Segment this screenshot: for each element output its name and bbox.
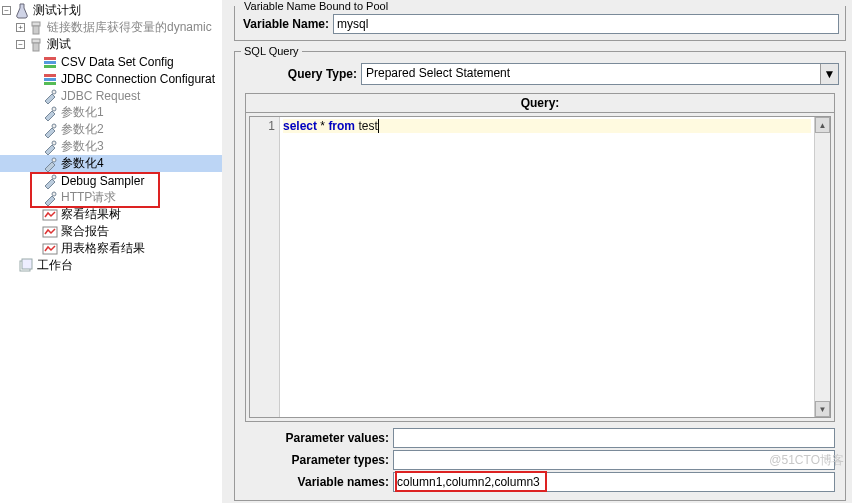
highlight-annotation [395, 471, 547, 492]
sampler-icon [42, 139, 58, 155]
svg-rect-9 [44, 82, 56, 85]
tree-label: JDBC Connection Configurat [61, 72, 215, 86]
svg-rect-1 [33, 26, 39, 34]
tree-label: CSV Data Set Config [61, 55, 174, 69]
tree-item-param1[interactable]: 参数化1 [0, 104, 222, 121]
svg-rect-2 [32, 39, 40, 43]
tree-sidebar: − 测试计划 + 链接数据库获得变量的dynamic − 测试 CSV Data… [0, 0, 222, 503]
tree-item-workbench[interactable]: 工作台 [0, 257, 222, 274]
svg-rect-21 [22, 259, 32, 269]
query-header: Query: [246, 94, 834, 113]
thread-group-icon [28, 20, 44, 36]
tree-item-result-tree[interactable]: 察看结果树 [0, 206, 222, 223]
svg-point-10 [52, 90, 56, 94]
tree-item-aggregate[interactable]: 聚合报告 [0, 223, 222, 240]
sql-query-legend: SQL Query [241, 45, 302, 57]
query-box: Query: 1 select * from test ▲ ▼ [245, 93, 835, 422]
parameter-values-label: Parameter values: [245, 431, 393, 445]
variable-name-input[interactable] [333, 14, 839, 34]
sampler-icon [42, 88, 58, 104]
tree-item-param2[interactable]: 参数化2 [0, 121, 222, 138]
svg-rect-7 [44, 74, 56, 77]
svg-rect-8 [44, 78, 56, 81]
editor-gutter: 1 [250, 117, 280, 417]
svg-rect-3 [33, 43, 39, 51]
sql-params: Parameter values: Parameter types: Varia… [241, 424, 839, 496]
toggle-collapse-icon[interactable]: − [2, 6, 11, 15]
sampler-icon [42, 156, 58, 172]
tree: − 测试计划 + 链接数据库获得变量的dynamic − 测试 CSV Data… [0, 0, 222, 276]
tree-label: 用表格察看结果 [61, 240, 145, 257]
tree-label: 参数化4 [61, 155, 104, 172]
thread-group-icon [28, 37, 44, 53]
listener-icon [42, 241, 58, 257]
config-element-icon [42, 71, 58, 87]
scrollbar-vertical[interactable]: ▲ ▼ [814, 117, 830, 417]
sql-editor[interactable]: 1 select * from test ▲ ▼ [249, 116, 831, 418]
variable-name-label: Variable Name: [241, 17, 333, 31]
tree-label: 参数化3 [61, 138, 104, 155]
config-element-icon [42, 54, 58, 70]
chevron-down-icon[interactable]: ▼ [820, 64, 838, 84]
text-caret [378, 119, 379, 133]
svg-rect-0 [32, 22, 40, 26]
tree-label: 工作台 [37, 257, 73, 274]
svg-point-13 [52, 141, 56, 145]
toggle-expand-icon[interactable]: + [16, 23, 25, 32]
tree-label: 察看结果树 [61, 206, 121, 223]
parameter-types-input[interactable] [393, 450, 835, 470]
query-type-value: Prepared Select Statement [362, 64, 820, 84]
tree-label: JDBC Request [61, 89, 140, 103]
variable-names-label: Variable names: [245, 475, 393, 489]
parameter-values-input[interactable] [393, 428, 835, 448]
scroll-down-icon[interactable]: ▼ [815, 401, 830, 417]
tree-label: 参数化1 [61, 104, 104, 121]
tree-label: 测试 [47, 36, 71, 53]
tree-item-test[interactable]: − 测试 [0, 36, 222, 53]
svg-point-12 [52, 124, 56, 128]
workbench-icon [18, 258, 34, 274]
listener-icon [42, 207, 58, 223]
scroll-up-icon[interactable]: ▲ [815, 117, 830, 133]
parameter-types-label: Parameter types: [245, 453, 393, 467]
sampler-icon [42, 105, 58, 121]
svg-point-11 [52, 107, 56, 111]
query-type-label: Query Type: [241, 67, 361, 81]
tree-item-csv[interactable]: CSV Data Set Config [0, 53, 222, 70]
svg-rect-5 [44, 61, 56, 64]
svg-rect-4 [44, 57, 56, 60]
highlight-annotation [30, 172, 160, 208]
query-type-combo[interactable]: Prepared Select Statement ▼ [361, 63, 839, 85]
main-panel: Variable Name Bound to Pool Variable Nam… [228, 0, 852, 503]
tree-item-jdbc-req[interactable]: JDBC Request [0, 87, 222, 104]
tree-item-param3[interactable]: 参数化3 [0, 138, 222, 155]
sampler-icon [42, 122, 58, 138]
tree-item-jdbc-conn[interactable]: JDBC Connection Configurat [0, 70, 222, 87]
tree-item-table-results[interactable]: 用表格察看结果 [0, 240, 222, 257]
flask-icon [14, 3, 30, 19]
tree-label: 链接数据库获得变量的dynamic [47, 19, 212, 36]
tree-item-dynamic[interactable]: + 链接数据库获得变量的dynamic [0, 19, 222, 36]
tree-label: 测试计划 [33, 2, 81, 19]
svg-rect-6 [44, 65, 56, 68]
pool-legend: Variable Name Bound to Pool [241, 0, 391, 12]
editor-body[interactable]: select * from test [280, 117, 814, 417]
tree-root-test-plan[interactable]: − 测试计划 [0, 2, 222, 19]
svg-point-14 [52, 158, 56, 162]
tree-item-param4[interactable]: 参数化4 [0, 155, 222, 172]
sql-query-fieldset: SQL Query Query Type: Prepared Select St… [234, 45, 846, 501]
pool-fieldset: Variable Name Bound to Pool Variable Nam… [234, 0, 846, 41]
toggle-collapse-icon[interactable]: − [16, 40, 25, 49]
listener-icon [42, 224, 58, 240]
tree-label: 聚合报告 [61, 223, 109, 240]
tree-label: 参数化2 [61, 121, 104, 138]
